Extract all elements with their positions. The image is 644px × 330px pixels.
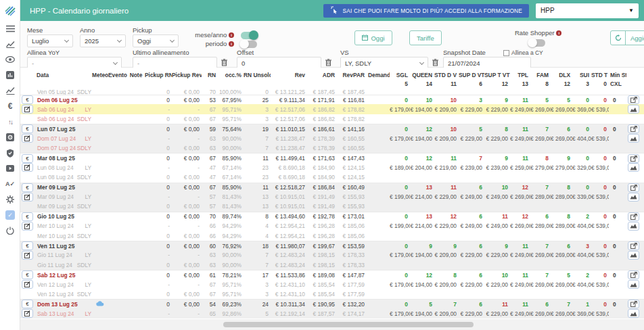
price-cell: € 369,00 [572, 310, 591, 317]
external-link-button[interactable] [628, 183, 639, 192]
availability-cell: 7 [551, 301, 572, 308]
table-row-dom-06-lug-25: €Dom 06 Lug 250€ 0,005367,95%25€ 9.111,3… [20, 95, 644, 104]
weather-cloud-icon [92, 301, 108, 308]
mese-anno-toggle[interactable] [241, 32, 257, 39]
external-link-button[interactable] [628, 124, 639, 133]
horizontal-scrollbar-thumb[interactable] [223, 322, 474, 327]
sidebar-item-spellcheck-icon[interactable]: A✓ [0, 176, 20, 191]
sidebar-item-eye-icon[interactable] [0, 52, 20, 67]
external-link-button[interactable] [628, 241, 639, 250]
rev-cell: € 12.483,24 [271, 262, 307, 268]
row-action-cell [626, 309, 643, 318]
price-cell: € 229,00 [459, 252, 484, 258]
edit-button[interactable] [22, 309, 33, 318]
edit-button[interactable] [22, 193, 33, 202]
trash-icon[interactable] [221, 59, 227, 68]
rev-cell: € 12.431,10 [271, 281, 307, 288]
training-banner-button[interactable]: SAI CHE PUOI FARE MOLTO DI PIÙ? ACCEDI A… [323, 4, 529, 18]
rate-chart-button[interactable] [628, 280, 639, 289]
rate-chart-button[interactable] [628, 163, 639, 172]
sidebar-item-sort-arrows-icon[interactable]: ↑↓ [0, 114, 20, 129]
euro-rates-button[interactable]: € [22, 241, 33, 250]
euro-rates-button[interactable]: € [22, 124, 33, 133]
rate-shopper-toggle[interactable] [529, 39, 545, 47]
chevron-down-icon [419, 60, 424, 64]
availability-cell: 7 [434, 301, 459, 308]
trash-icon[interactable] [325, 59, 331, 68]
rn-cell: 70 [202, 213, 218, 220]
sidebar-item-gear-square-icon[interactable] [0, 130, 20, 145]
rn-cell: 67 [202, 184, 218, 191]
snapshot-date-label: Snapshot Date [443, 49, 486, 56]
table-header: DataMeteoEventoNotePickup RNPickup RevRN… [20, 70, 644, 88]
external-link-button[interactable] [628, 212, 639, 221]
price-cell: € 239,00 [459, 164, 484, 171]
availability-cell: 8 [434, 272, 459, 279]
sidebar-item-bar-chart-icon[interactable] [0, 68, 20, 82]
edit-button[interactable] [22, 105, 33, 114]
sidebar-item-euro-icon[interactable]: € [0, 99, 20, 114]
occ-pct-cell: 95,71% [218, 281, 244, 288]
horizontal-scrollbar-track[interactable] [20, 319, 644, 330]
top-header-bar: HPP - Calendario giornaliero SAI CHE PUO… [20, 0, 644, 21]
revpar-cell: € 177,59 [337, 281, 367, 288]
availability-cell: 7 [530, 126, 551, 133]
euro-rates-button[interactable]: € [22, 183, 33, 192]
pickup-rev-cell: € 0,00 [172, 233, 202, 239]
rate-chart-button[interactable] [628, 193, 639, 202]
adr-cell: € 191,49 [307, 193, 337, 200]
table-row-mer-09-lug-25: €Mer 09 Lug 250€ 0,006785,90%11€ 12.518,… [20, 183, 644, 192]
availability-cell: 9 [484, 97, 510, 103]
refresh-icon[interactable] [611, 31, 626, 45]
edit-button[interactable] [22, 163, 33, 172]
sidebar-item-video-icon[interactable] [0, 161, 20, 176]
sidebar-item-check-square-icon[interactable]: ✓ [0, 208, 20, 222]
edit-button[interactable] [22, 251, 33, 260]
sidebar-item-power-icon[interactable] [0, 223, 20, 238]
revpar-cell: € 141,16 [337, 126, 367, 133]
external-link-button[interactable] [628, 95, 639, 104]
pickup-select[interactable]: Oggi [133, 34, 179, 47]
price-cell: € 229,00 [459, 310, 484, 317]
euro-rates-button[interactable]: € [22, 212, 33, 221]
external-link-button[interactable] [628, 300, 639, 308]
aggiorna-button[interactable]: Aggiorna [628, 34, 644, 42]
edit-button[interactable] [22, 280, 33, 289]
edit-button[interactable] [22, 222, 33, 231]
property-selector[interactable]: HPP ▼ [536, 3, 639, 18]
tariffe-button[interactable]: Tariffe [409, 30, 442, 45]
rn-cell: 47 [202, 164, 218, 171]
sidebar-item-line-chart-icon[interactable] [0, 83, 20, 98]
rev-cell: € 8.690,18 [271, 164, 307, 171]
table-row-lun-08-lug-24-sdly: Lun 08 Lug 24SDLY0€ 0,004767,14%23€ 8.69… [20, 172, 644, 182]
edit-button[interactable] [22, 134, 33, 143]
sidebar-item-menu-icon[interactable] [0, 21, 20, 36]
sidebar-item-gear-icon[interactable] [0, 192, 20, 207]
rate-chart-button[interactable] [628, 105, 639, 114]
euro-rates-button[interactable]: € [22, 300, 33, 308]
date-label: Mar 09 Lug 24 [37, 193, 74, 200]
periodo-toggle[interactable] [241, 41, 257, 48]
availability-cell: 6 [530, 213, 551, 220]
rate-chart-button[interactable] [628, 251, 639, 260]
euro-rates-button[interactable]: € [22, 95, 33, 104]
trash-icon[interactable] [432, 59, 438, 68]
external-link-button[interactable] [628, 270, 639, 279]
external-link-button[interactable] [628, 154, 639, 163]
revpar-cell: € 178,82 [337, 106, 367, 113]
rate-chart-button[interactable] [628, 134, 639, 143]
sidebar-item-trend-chart-icon[interactable] [0, 37, 20, 51]
mese-select[interactable]: Luglio [27, 34, 73, 47]
sidebar-item-shield-check-icon[interactable] [0, 145, 20, 160]
rn-unsold-cell: 4 [244, 233, 271, 239]
price-cell: € 289,00 [551, 222, 572, 229]
column-header-dlx: DLX [551, 72, 572, 78]
anno-select[interactable]: 2025 [80, 34, 126, 47]
euro-rates-button[interactable]: € [22, 270, 33, 279]
oggi-button[interactable]: Oggi [354, 30, 392, 45]
rate-chart-button[interactable] [628, 309, 639, 318]
revpar-cell: € 177,59 [337, 291, 367, 298]
euro-rates-button[interactable]: € [22, 154, 33, 163]
allinea-cy-checkbox[interactable]: Allinea a CY [503, 49, 543, 56]
rate-chart-button[interactable] [628, 222, 639, 231]
